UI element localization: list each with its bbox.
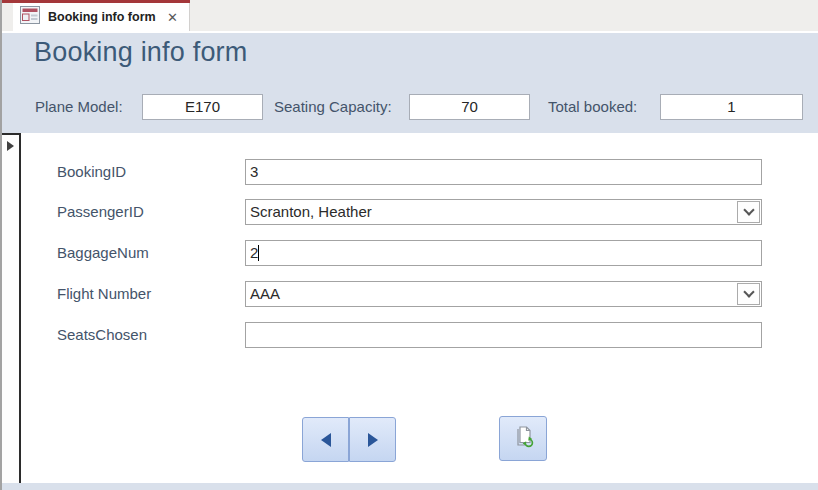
record-selector-bar[interactable] [2,133,21,483]
refresh-record-button[interactable] [499,416,547,461]
next-record-arrow-icon [368,433,378,447]
field-row: BookingID 3 [2,159,818,185]
field-row: SeatsChosen [2,322,818,348]
tab-title: Booking info form [48,10,164,24]
flight-number-combo[interactable]: AAA [245,281,762,307]
text-caret [258,245,259,261]
total-booked-label: Total booked: [548,94,637,120]
bookingid-label: BookingID [57,159,126,185]
previous-record-arrow-icon [321,433,331,447]
current-record-icon [7,141,14,151]
total-booked-field[interactable]: 1 [660,94,803,120]
next-record-button[interactable] [349,417,396,462]
flight-number-dropdown-button[interactable] [737,283,760,305]
bookingid-field[interactable]: 3 [245,159,762,185]
access-form-window: Booking info form ✕ Booking info form Pl… [0,0,818,490]
baggagenum-label: BaggageNum [57,240,149,266]
tab-close-icon[interactable]: ✕ [164,11,181,24]
chevron-down-icon [743,286,754,297]
passengerid-combo[interactable]: Scranton, Heather [245,199,762,225]
field-row: BaggageNum 2 [2,240,818,266]
passengerid-label: PassengerID [57,199,144,225]
form-detail-section: BookingID 3 PassengerID Scranton, Heathe… [2,133,818,483]
field-row: Flight Number AAA [2,281,818,307]
form-icon [20,6,40,28]
plane-model-field[interactable]: E170 [142,94,263,120]
seatschosen-label: SeatsChosen [57,322,147,348]
seating-capacity-field[interactable]: 70 [409,94,530,120]
seatschosen-field[interactable] [245,322,762,348]
flight-number-label: Flight Number [57,281,151,307]
plane-model-label: Plane Model: [35,94,123,120]
form-footer-strip [2,483,818,490]
refresh-record-icon [511,425,535,453]
document-tab-bar: Booking info form ✕ [2,0,818,33]
chevron-down-icon [743,204,754,215]
previous-record-button[interactable] [302,417,349,462]
tab-booking-info-form[interactable]: Booking info form ✕ [13,3,190,31]
passengerid-dropdown-button[interactable] [737,201,760,223]
form-title: Booking info form [34,37,248,68]
seating-capacity-label: Seating Capacity: [274,94,392,120]
baggagenum-field[interactable]: 2 [245,240,762,266]
form-header: Booking info form Plane Model: E170 Seat… [2,33,818,133]
field-row: PassengerID Scranton, Heather [2,199,818,225]
